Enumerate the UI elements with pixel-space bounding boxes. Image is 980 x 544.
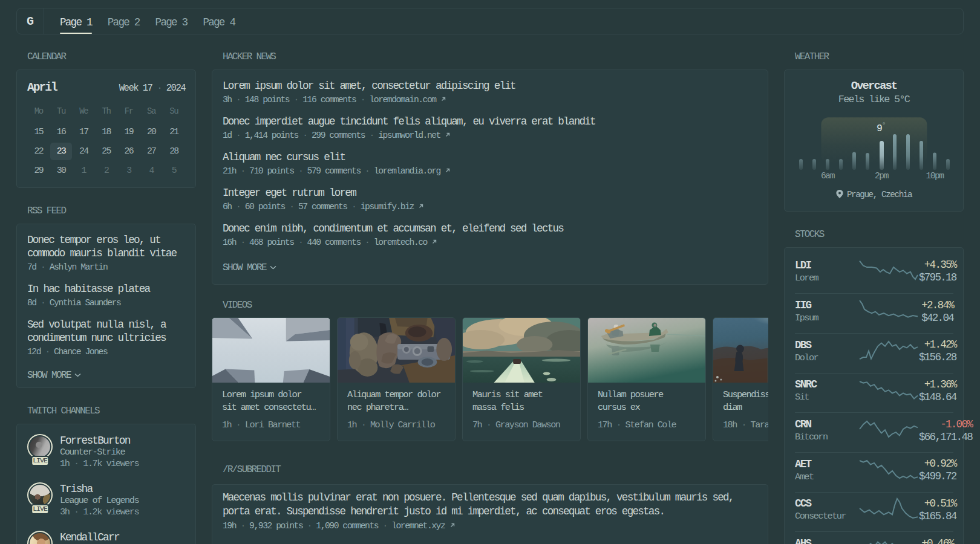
svg-text:10pm: 10pm [926,171,944,181]
svg-text:°: ° [881,121,886,130]
svg-text:2pm: 2pm [875,171,889,181]
svg-text:6am: 6am [821,171,835,181]
